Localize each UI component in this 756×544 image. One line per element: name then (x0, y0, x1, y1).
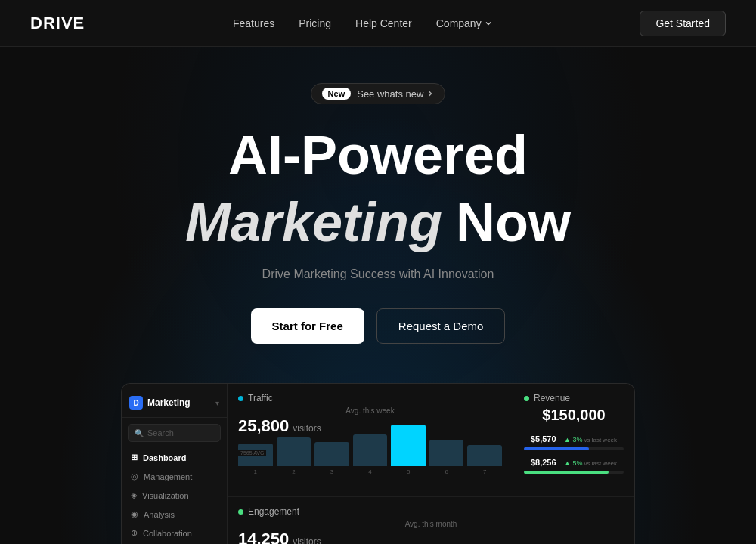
sidebar-logo: D Marketing (129, 396, 191, 410)
nav-label: Collaboration (143, 529, 192, 538)
sidebar-item-collaboration[interactable]: ⊕Collaboration (122, 524, 227, 542)
nav-icon: ⊞ (131, 453, 138, 462)
traffic-dot (238, 396, 243, 401)
revenue-card: Revenue $150,000 $5,570 ▲ 3% vs last wee… (513, 384, 634, 496)
dashboard-preview: D Marketing ▾ 🔍 Search ⊞Dashboard◎Manage… (121, 383, 635, 544)
bar (467, 445, 502, 466)
chevron-down-icon (485, 20, 492, 27)
nav-label: Management (144, 472, 192, 481)
bar-column: 3 (314, 442, 349, 475)
nav-pricing[interactable]: Pricing (299, 17, 331, 29)
engagement-title: Engagement (248, 506, 299, 517)
dashboard-sidebar: D Marketing ▾ 🔍 Search ⊞Dashboard◎Manage… (122, 384, 228, 544)
traffic-header: Traffic (238, 393, 502, 403)
bar-column: 1 (238, 444, 273, 475)
bar-label: 4 (368, 468, 371, 475)
traffic-value: 25,800 visitors (238, 416, 502, 436)
hero-buttons: Start for Free Request a Demo (251, 308, 506, 344)
traffic-unit: visitors (293, 423, 321, 434)
dashboard-main: Traffic Avg. this week 25,800 visitors 7… (228, 384, 634, 544)
hero-bold: Now (456, 193, 571, 252)
engagement-card: Engagement Avg. this month 14,250 visito… (228, 497, 634, 544)
get-started-button[interactable]: Get Started (640, 11, 726, 36)
bar-label: 3 (330, 468, 333, 475)
bar-column: 6 (429, 440, 464, 475)
hero-title-line1: AI-Powered (228, 125, 528, 185)
logo: DRIVE (30, 14, 85, 33)
nav-label: Visualization (142, 491, 189, 500)
nav-label: Dashboard (143, 453, 186, 462)
nav-help[interactable]: Help Center (355, 17, 412, 29)
engagement-dot (238, 509, 243, 515)
nav-label: Analysis (144, 510, 175, 519)
revenue-dot (524, 396, 529, 401)
sidebar-item-visualization[interactable]: ◈Visualization (122, 486, 227, 505)
sidebar-nav: ⊞Dashboard◎Management◈Visualization◉Anal… (122, 448, 227, 544)
traffic-avg-label: 7565 AVG (238, 450, 266, 456)
traffic-card: Traffic Avg. this week 25,800 visitors 7… (228, 384, 513, 496)
traffic-sublabel: Avg. this week (238, 406, 502, 415)
revenue-item: $8,256 ▲ 5% vs last week (524, 455, 624, 474)
revenue-title: Revenue (534, 393, 570, 403)
rev-amount: $5,570 (531, 434, 556, 444)
hero-italic: Marketing (185, 193, 442, 252)
nav-icon: ◉ (131, 509, 138, 519)
rev-badge: ▲ 3% vs last week (564, 436, 617, 444)
engagement-value: 14,250 visitors (238, 530, 624, 544)
revenue-items: $5,570 ▲ 3% vs last week $8,256 ▲ 5% vs … (524, 431, 624, 474)
rev-bar-bg (524, 447, 624, 450)
rev-bar-fill (524, 447, 589, 450)
engagement-sublabel: Avg. this month (238, 520, 624, 528)
nav-links: Features Pricing Help Center Company (233, 17, 492, 29)
start-free-button[interactable]: Start for Free (251, 308, 364, 344)
sidebar-workspace: Marketing (147, 397, 191, 408)
chevron-right-icon (426, 90, 434, 97)
rev-bar-bg (524, 471, 624, 474)
sidebar-logo-icon: D (129, 396, 143, 410)
bar (391, 425, 426, 466)
sidebar-chevron-icon: ▾ (215, 399, 219, 407)
nav-icon: ◈ (131, 490, 137, 500)
search-icon: 🔍 (135, 429, 144, 437)
traffic-title: Traffic (248, 393, 273, 403)
sidebar-item-dashboard[interactable]: ⊞Dashboard (122, 448, 227, 467)
search-placeholder: Search (147, 428, 174, 437)
rev-amount: $8,256 (531, 458, 556, 467)
sidebar-item-analysis[interactable]: ◉Analysis (122, 505, 227, 524)
revenue-value: $150,000 (524, 406, 624, 424)
bar-label: 6 (445, 468, 448, 475)
hero-title-line2: Marketing Now (185, 193, 571, 252)
hero-subtitle: Drive Marketing Success with AI Innovati… (262, 267, 494, 281)
navbar: DRIVE Features Pricing Help Center Compa… (0, 0, 756, 47)
badge-link-text: See whats new (357, 88, 434, 100)
traffic-avg-line: 7565 AVG (238, 450, 502, 456)
engagement-header: Engagement (238, 506, 624, 517)
sidebar-item-management[interactable]: ◎Management (122, 467, 227, 486)
nav-icon: ⊕ (131, 528, 138, 538)
sidebar-search[interactable]: 🔍 Search (128, 424, 221, 442)
rev-bar-fill (524, 471, 609, 474)
engagement-unit: visitors (293, 536, 321, 544)
bar-label: 1 (254, 468, 257, 475)
nav-features[interactable]: Features (233, 17, 274, 29)
bar-label: 7 (483, 468, 486, 475)
revenue-header: Revenue (524, 393, 624, 403)
bar-label: 2 (292, 468, 295, 475)
traffic-bar-chart: 7565 AVG 1234567 (238, 442, 502, 487)
revenue-item: $5,570 ▲ 3% vs last week (524, 431, 624, 450)
nav-company[interactable]: Company (436, 17, 492, 29)
sidebar-header: D Marketing ▾ (122, 393, 227, 418)
request-demo-button[interactable]: Request a Demo (376, 308, 506, 344)
dashboard-top-row: Traffic Avg. this week 25,800 visitors 7… (228, 384, 634, 497)
badge-new-label: New (322, 88, 352, 100)
bar-label: 5 (407, 468, 410, 475)
announcement-badge[interactable]: New See whats new (311, 83, 446, 104)
hero-section: New See whats new AI-Powered Marketing N… (0, 47, 756, 544)
bar-column: 2 (277, 437, 311, 475)
nav-icon: ◎ (131, 471, 138, 481)
rev-badge: ▲ 5% vs last week (564, 459, 617, 467)
